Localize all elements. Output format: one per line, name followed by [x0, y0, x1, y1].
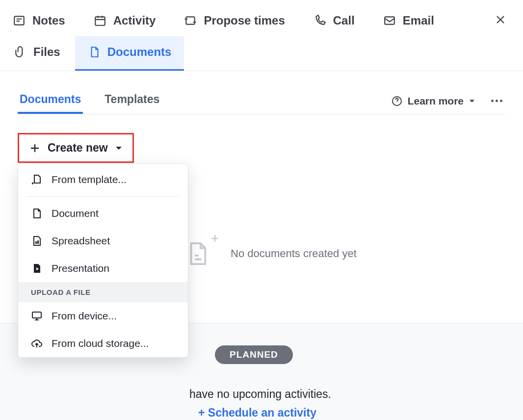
tab-email-label: Email: [403, 14, 434, 27]
dd-from-device-label: From device...: [52, 310, 117, 322]
create-new-label: Create new: [48, 141, 108, 155]
dd-spreadsheet-label: Spreadsheet: [52, 235, 110, 247]
paperclip-icon: [14, 46, 26, 58]
dd-from-template[interactable]: From template...: [18, 166, 188, 193]
chevron-down-icon: [115, 144, 123, 152]
tab-files-label: Files: [33, 45, 60, 59]
top-tabs-row2: Files Documents: [0, 32, 523, 71]
divider: [27, 196, 179, 197]
dot-icon: [500, 100, 502, 102]
dd-upload-heading: UPLOAD A FILE: [18, 282, 188, 302]
cloud-upload-icon: [31, 338, 43, 349]
dd-spreadsheet[interactable]: Spreadsheet: [18, 227, 188, 255]
subtabs: Documents Templates Learn more: [18, 88, 505, 114]
dd-presentation[interactable]: Presentation: [18, 255, 188, 282]
dd-document-label: Document: [52, 208, 99, 219]
svg-rect-2: [186, 17, 195, 24]
dot-icon: [496, 100, 498, 102]
close-icon: [495, 14, 506, 26]
learn-more-link[interactable]: Learn more: [391, 95, 475, 107]
empty-state-text: No documents created yet: [231, 247, 357, 260]
note-icon: [13, 14, 26, 27]
tab-activity-label: Activity: [113, 14, 156, 27]
tab-propose-times[interactable]: Propose times: [182, 9, 287, 32]
email-icon: [383, 14, 396, 27]
close-button[interactable]: [495, 14, 506, 27]
svg-rect-6: [37, 240, 39, 244]
dd-from-cloud-label: From cloud storage...: [52, 338, 149, 349]
tab-notes[interactable]: Notes: [11, 9, 67, 32]
plus-icon: [29, 142, 41, 154]
dot-icon: [491, 100, 494, 102]
subtab-right-actions: Learn more: [391, 95, 505, 107]
monitor-icon: [31, 310, 43, 322]
subtab-documents[interactable]: Documents: [18, 88, 83, 114]
tab-propose-times-label: Propose times: [204, 14, 285, 27]
calendar-swap-icon: [184, 14, 197, 27]
learn-more-label: Learn more: [408, 95, 464, 107]
top-tabs-row1: Notes Activity Propose times Call Email: [0, 0, 523, 32]
tab-files[interactable]: Files: [11, 36, 71, 71]
footer-text: have no upcoming activities.: [189, 388, 331, 401]
dd-from-cloud[interactable]: From cloud storage...: [18, 330, 188, 357]
subtab-templates[interactable]: Templates: [103, 88, 161, 114]
tab-call[interactable]: Call: [312, 9, 357, 32]
presentation-icon: [31, 262, 43, 274]
phone-icon: [314, 14, 326, 27]
create-new-dropdown: From template... Document Spreadsheet Pr…: [18, 163, 188, 358]
dd-presentation-label: Presentation: [52, 262, 109, 274]
empty-state: No documents created yet: [186, 240, 357, 267]
chevron-down-icon: [469, 98, 475, 105]
document-icon: [88, 46, 101, 58]
svg-rect-5: [35, 241, 37, 244]
document-icon: [31, 208, 43, 219]
create-row: Create new From template... Document Spr…: [18, 114, 505, 163]
plus-badge-icon: [210, 234, 220, 245]
empty-doc-icon: [186, 240, 209, 267]
dd-from-template-label: From template...: [52, 174, 127, 185]
svg-rect-1: [95, 17, 105, 25]
dd-from-device[interactable]: From device...: [18, 302, 188, 330]
tab-documents-label: Documents: [107, 45, 172, 59]
tab-activity[interactable]: Activity: [92, 9, 158, 32]
svg-rect-3: [385, 17, 394, 24]
tab-notes-label: Notes: [32, 14, 65, 27]
tab-email[interactable]: Email: [381, 9, 436, 32]
template-icon: [31, 174, 43, 185]
dd-document[interactable]: Document: [18, 200, 188, 227]
create-new-button[interactable]: Create new: [18, 133, 134, 163]
tab-documents[interactable]: Documents: [75, 36, 184, 71]
calendar-icon: [94, 14, 106, 27]
help-icon: [391, 95, 403, 107]
tab-call-label: Call: [333, 14, 355, 27]
documents-section: Documents Templates Learn more Create ne…: [0, 71, 523, 163]
svg-rect-7: [32, 312, 41, 318]
spreadsheet-icon: [31, 235, 43, 247]
planned-badge: PLANNED: [215, 345, 293, 364]
schedule-activity-link[interactable]: + Schedule an activity: [198, 406, 316, 420]
more-menu-button[interactable]: [488, 97, 505, 105]
